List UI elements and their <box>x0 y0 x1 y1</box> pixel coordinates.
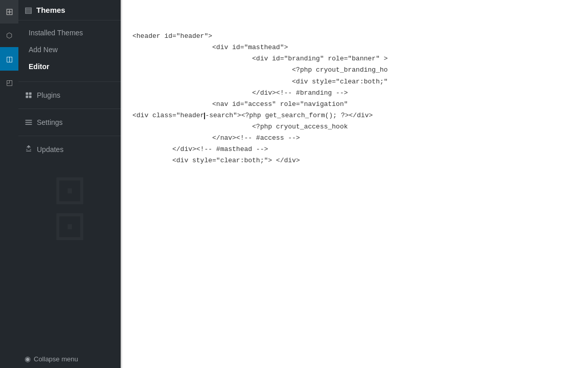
code-line: <div style="clear:both;"> </div> <box>132 155 578 166</box>
settings-label: Settings <box>37 118 63 126</box>
sidebar-section-settings: Settings <box>18 111 121 134</box>
plugins-label: Plugins <box>37 91 60 99</box>
collapse-label: Collapse menu <box>34 355 78 363</box>
code-editor[interactable]: <header id="header"> <div id="masthead">… <box>122 0 588 368</box>
sidebar-header: ▤ Themes <box>18 0 121 20</box>
sidebar-item-plugins[interactable]: Plugins <box>18 87 121 103</box>
code-line: <?php cryout_access_hook <box>132 121 578 133</box>
code-line: <div id="masthead"> <box>132 42 578 53</box>
sidebar-nav: Installed Themes Add New Editor <box>18 20 121 79</box>
collapse-icon: ◉ <box>25 355 31 363</box>
wp-logo-icon: ⊞ <box>6 6 13 17</box>
sidebar-title: Themes <box>36 6 65 14</box>
sidebar-item-updates[interactable]: Updates <box>18 141 121 158</box>
themes-icon: ▤ <box>25 5 32 15</box>
icon-bar-icon-3: ◰ <box>6 78 13 86</box>
sidebar-item-installed-themes[interactable]: Installed Themes <box>18 25 121 41</box>
collapse-menu-button[interactable]: ◉ Collapse menu <box>18 350 121 368</box>
code-line: <nav id="access" role="navigation" <box>132 99 578 110</box>
code-line: </div><!-- #masthead --> <box>132 144 578 155</box>
sidebar-ghost: ⊡ ⊡ <box>18 161 121 350</box>
sidebar-item-editor[interactable]: Editor <box>18 58 121 75</box>
code-line: </nav><!-- #access --> <box>132 133 578 144</box>
icon-bar-item-3[interactable]: ◰ <box>0 71 18 94</box>
icon-bar-item-1[interactable]: ⬡ <box>0 24 18 47</box>
sidebar-divider-2 <box>18 109 121 109</box>
svg-rect-0 <box>26 92 28 95</box>
code-line: <header id="header"> <box>132 31 578 42</box>
main-content: <header id="header"> <div id="masthead">… <box>121 0 588 368</box>
updates-label: Updates <box>37 145 63 154</box>
sidebar-section-updates: Updates <box>18 138 121 161</box>
settings-icon <box>25 118 33 126</box>
sidebar-item-add-new[interactable]: Add New <box>18 41 121 58</box>
text-cursor <box>204 113 205 119</box>
sidebar: ▤ Themes Installed Themes Add New Editor… <box>18 0 121 368</box>
code-line: <div style="clear:both;" <box>132 76 578 88</box>
updates-icon <box>25 145 33 154</box>
plugins-icon <box>25 91 33 99</box>
sidebar-divider-1 <box>18 81 121 82</box>
icon-bar-icon-2: ◫ <box>6 55 13 63</box>
svg-rect-1 <box>29 92 32 95</box>
svg-rect-2 <box>26 96 28 98</box>
icon-bar: ⊞ ⬡ ◫ ◰ <box>0 0 18 368</box>
icon-bar-icon-1: ⬡ <box>6 31 12 39</box>
code-line: </div><!-- #branding --> <box>132 88 578 99</box>
code-line: <div class="header-search"><?php get_sea… <box>132 110 578 121</box>
sidebar-divider-3 <box>18 136 121 136</box>
sidebar-item-settings[interactable]: Settings <box>18 114 121 131</box>
ghost-icon-mid: ⊡ <box>53 202 87 249</box>
svg-rect-3 <box>29 96 32 98</box>
code-line: <div id="branding" role="banner" > <box>132 53 578 64</box>
icon-bar-item-logo[interactable]: ⊞ <box>0 0 18 24</box>
sidebar-section-plugins: Plugins <box>18 84 121 106</box>
code-line: <?php cryout_branding_ho <box>132 64 578 76</box>
icon-bar-item-2[interactable]: ◫ <box>0 47 18 71</box>
